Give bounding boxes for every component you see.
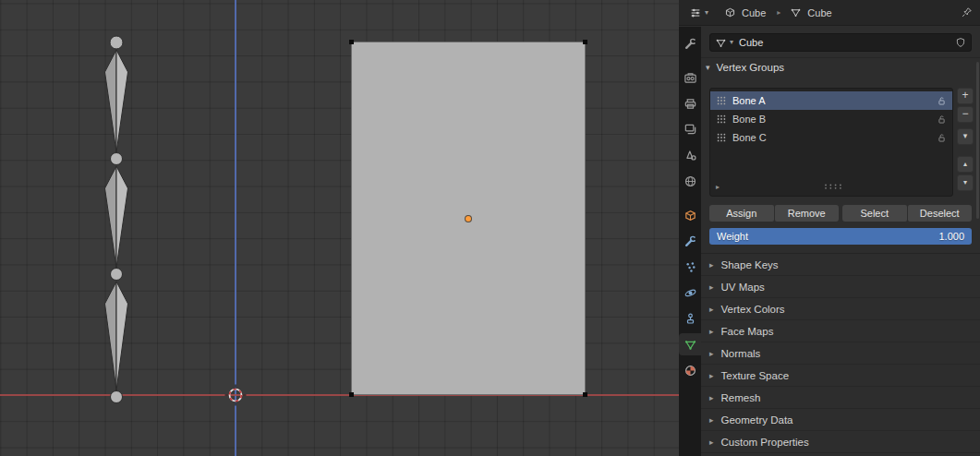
vertex-group-row[interactable]: Bone C [710, 128, 952, 147]
assign-button[interactable]: Assign [709, 205, 774, 222]
breadcrumb-object-label: Cube [742, 7, 766, 18]
weight-slider[interactable]: Weight 1.000 [709, 228, 972, 245]
mesh-vertex[interactable] [583, 392, 587, 397]
tool-icon [684, 37, 697, 51]
fake-user-shield-icon[interactable] [955, 37, 966, 48]
tab-tool[interactable] [679, 32, 701, 54]
mesh-name-field[interactable]: Cube [736, 37, 952, 48]
tab-scene[interactable] [679, 144, 701, 166]
properties-panel-body: ▾ Cube ▾ Vertex Groups Bone A [701, 27, 980, 456]
tab-constraints[interactable] [679, 307, 701, 330]
collapsed-caret-icon: ▸ [709, 260, 714, 270]
panel-vertex-colors[interactable]: ▸Vertex Colors [701, 298, 980, 320]
move-group-up-button[interactable]: ▴ [957, 156, 974, 173]
tab-world[interactable] [679, 170, 701, 192]
panel-geometry-data[interactable]: ▸Geometry Data [701, 409, 980, 431]
tab-view-layer[interactable] [679, 118, 701, 140]
tab-modifiers[interactable] [679, 230, 701, 252]
editor-type-button[interactable]: ▾ [686, 5, 711, 21]
panel-label: Custom Properties [721, 437, 809, 448]
panel-label: Shape Keys [721, 259, 779, 270]
lock-open-icon [937, 114, 947, 125]
lock-toggle[interactable] [937, 96, 947, 106]
vertex-groups-panel-header[interactable]: ▾ Vertex Groups [706, 62, 784, 73]
tab-render[interactable] [679, 66, 701, 89]
panel-label: Remesh [721, 392, 761, 403]
tab-output[interactable] [679, 92, 701, 114]
panel-texture-space[interactable]: ▸Texture Space [701, 365, 980, 387]
panel-custom-properties[interactable]: ▸Custom Properties [701, 431, 980, 453]
panel-shape-keys[interactable]: ▸Shape Keys [701, 254, 980, 276]
tab-particles[interactable] [679, 256, 701, 278]
lock-toggle[interactable] [937, 114, 947, 125]
vertex-group-row[interactable]: Bone B [710, 110, 952, 128]
tab-object[interactable] [679, 204, 701, 226]
vertex-group-specials-button[interactable]: ▾ [957, 128, 974, 145]
remove-vertex-group-button[interactable]: − [957, 106, 974, 123]
properties-header: ▾ Cube ▸ Cube [679, 0, 980, 26]
collapsed-caret-icon: ▸ [709, 327, 714, 336]
collapsed-caret-icon: ▸ [709, 282, 714, 292]
cube-mesh[interactable] [351, 42, 586, 395]
printer-icon [684, 97, 697, 111]
vertex-group-icon [716, 132, 727, 143]
tab-object-data[interactable] [679, 333, 701, 355]
vertex-group-name: Bone B [732, 114, 766, 125]
panel-label: Geometry Data [721, 414, 793, 426]
vertex-group-name: Bone C [732, 132, 767, 143]
3d-viewport[interactable] [0, 0, 679, 456]
breadcrumb-object: Cube [724, 6, 766, 18]
mesh-vertex[interactable] [583, 40, 587, 44]
scrollbar-thumb[interactable] [976, 62, 979, 219]
physics-icon [684, 286, 697, 300]
vertex-group-icon [716, 95, 727, 106]
object-cube-icon [724, 6, 736, 18]
panel-face-maps[interactable]: ▸Face Maps [701, 320, 980, 342]
weight-label: Weight [717, 231, 748, 242]
mesh-data-icon [715, 37, 727, 49]
mesh-vertex[interactable] [349, 392, 354, 397]
chevron-down-icon: ▾ [705, 9, 708, 17]
panel-label: Normals [721, 348, 761, 359]
panel-uv-maps[interactable]: ▸UV Maps [701, 276, 980, 298]
select-button[interactable]: Select [842, 205, 907, 222]
vertex-groups-list: Bone A Bone B [709, 88, 953, 197]
particles-icon [684, 260, 697, 274]
lock-toggle[interactable] [937, 133, 947, 143]
object-origin-dot [466, 216, 471, 222]
deselect-button[interactable]: Deselect [908, 205, 973, 222]
world-icon [684, 174, 697, 188]
vertex-group-icon [716, 114, 727, 125]
breadcrumb-mesh: Cube [790, 6, 831, 18]
panel-remesh[interactable]: ▸Remesh [701, 387, 980, 409]
mesh-data-icon [790, 6, 802, 18]
collapsed-panels: ▸Shape Keys ▸UV Maps ▸Vertex Colors ▸Fac… [701, 253, 980, 453]
remove-button[interactable]: Remove [775, 205, 840, 222]
expanded-caret-icon: ▾ [706, 63, 710, 72]
collapsed-caret-icon: ▸ [709, 393, 714, 402]
filter-expand-caret-icon[interactable]: ▸ [716, 183, 720, 191]
tab-material[interactable] [679, 359, 701, 381]
pin-toggle[interactable] [961, 6, 973, 18]
material-icon [684, 364, 697, 378]
constraints-icon [684, 312, 697, 326]
add-vertex-group-button[interactable]: + [957, 88, 974, 104]
render-icon [684, 71, 697, 85]
vertex-group-row[interactable]: Bone A [710, 91, 952, 110]
resize-grip-icon[interactable] [823, 183, 843, 190]
mesh-datablock-selector[interactable]: ▾ Cube [709, 33, 972, 52]
lock-open-icon [937, 96, 947, 106]
mesh-vertex[interactable] [349, 40, 354, 44]
panel-label: UV Maps [721, 282, 765, 293]
vertex-groups-title: Vertex Groups [717, 62, 785, 73]
panel-normals[interactable]: ▸Normals [701, 342, 980, 365]
view-layer-icon [684, 123, 697, 137]
panel-divider [701, 57, 980, 58]
tab-physics[interactable] [679, 282, 701, 304]
properties-editor: ▾ Cube ▸ Cube [679, 0, 980, 456]
object-properties-icon [684, 209, 697, 222]
vertex-group-actions: Assign Remove Select Deselect [709, 205, 972, 222]
select-deselect-group: Select Deselect [842, 205, 972, 222]
breadcrumb-mesh-label: Cube [807, 7, 831, 18]
move-group-down-button[interactable]: ▾ [957, 174, 974, 191]
